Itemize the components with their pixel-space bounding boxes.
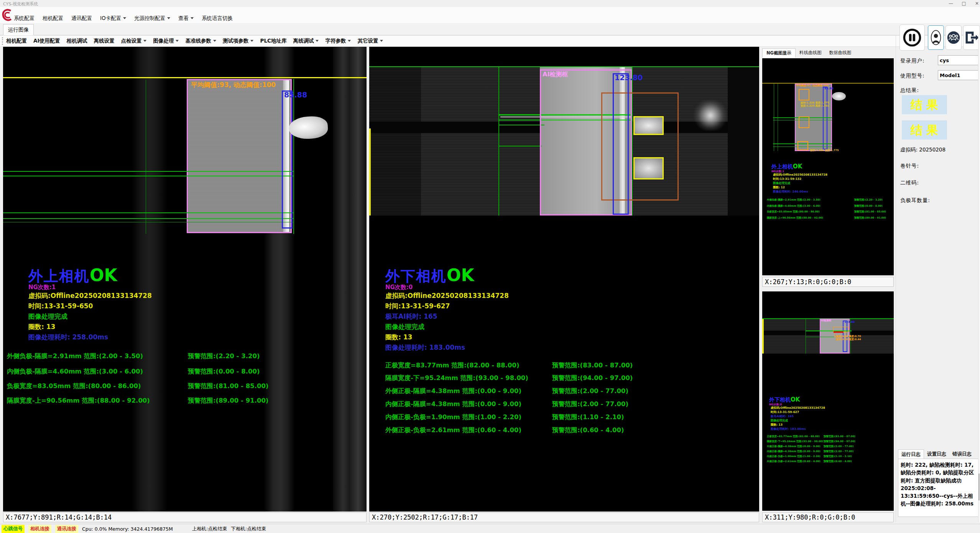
log-tabs: 运行日志 设置日志 错误日志 [898, 449, 975, 459]
user-icon [930, 28, 942, 47]
model-label: 使用型号: [900, 72, 925, 79]
image-stripe [333, 47, 367, 512]
image-stripe [132, 47, 167, 512]
measure-value-text: 85.88 [824, 87, 834, 90]
measurement-row: 隔膜宽度-上=90.56mm 范围:(88.00 - 92.00)预警范围:(8… [7, 396, 363, 405]
ng-thumbnail-top[interactable]: 平均阈值:93, 动态阈值:100 85.88 面积:1.226 宽度:1.77… [762, 58, 894, 275]
electrode-tab-blob [832, 92, 846, 100]
capture-time: 时间:13-31-59-627 [771, 410, 799, 414]
tool-ai-use-config[interactable]: AI使用配置 [33, 38, 60, 44]
loop-count: 圈数: 13 [385, 333, 412, 342]
measurement-row: 负极宽度=83.05mm 范围:(80.00 - 86.00)预警范围:(81.… [767, 210, 820, 214]
user-manage-button[interactable] [945, 25, 962, 50]
maximize-icon[interactable]: □ [959, 1, 969, 6]
pause-button[interactable] [899, 25, 925, 51]
measure-value-text: 123.80 [844, 321, 855, 324]
loop-count: 圈数: 13 [771, 423, 783, 427]
user-login-button[interactable] [928, 25, 944, 50]
tool-camera-debug[interactable]: 相机调试 [66, 38, 87, 44]
negative-tab-count-label: 负极耳数量: [900, 197, 930, 204]
guide-line [806, 319, 806, 354]
ng-count: NG次数:0 [385, 284, 413, 291]
loop-count: 圈数: 12 [773, 186, 785, 189]
ng-thumbnail-bottom[interactable]: AI检测框 123.80 宽度:0.88 高度:0.70 面积:0.76 宽度:… [762, 291, 894, 511]
defect-box [799, 89, 809, 100]
measurement-row: 内侧正极-负极=1.90mm 范围:(1.00 - 2.20)预警范围:(1.1… [767, 455, 821, 458]
menu-light-control-config[interactable]: 光源控制配置 [134, 15, 170, 22]
reflection-blob [693, 100, 728, 130]
measurement-row: 内侧正极-隔膜=4.38mm 范围:(0.00 - 9.00)预警范围:(2.0… [767, 450, 821, 453]
measurement-row: 内侧正极-隔膜=4.38mm 范围:(0.00 - 9.00)预警范围:(2.0… [385, 400, 753, 408]
tool-plc-address[interactable]: PLC地址库 [260, 38, 286, 44]
model-field[interactable] [938, 70, 980, 80]
measurement-row: 负极宽度=83.05mm 范围:(80.00 - 86.00)预警范围:(81.… [7, 382, 363, 390]
guide-line [3, 171, 294, 172]
total-result-label: 总结果: [900, 87, 919, 94]
close-icon[interactable]: ✕ [972, 1, 980, 6]
login-user-field[interactable] [938, 55, 980, 65]
menu-system-config[interactable]: 系统配置 [14, 15, 35, 22]
process-elapsed: 图像处理耗时: 183.00ms [385, 343, 465, 352]
virtual-code: 虚拟码:Offline20250208133134728 [28, 291, 152, 300]
tool-offline-debug[interactable]: 离线调试 [293, 38, 319, 44]
measurement-row: 内侧负极-隔膜=4.60mm 范围:(3.00 - 6.00)预警范围:(0.0… [767, 204, 821, 208]
menu-language-switch[interactable]: 系统语言切换 [202, 15, 233, 22]
tab-material-curve[interactable]: 料线曲线图 [796, 48, 825, 58]
process-elapsed: 图像处理耗时: 246.00ms [773, 190, 808, 194]
run-log-text[interactable]: 耗时: 222, 缺陷检测耗时: 17, 缺陷分类耗时: 0, 缺陷提取分区耗时… [898, 459, 978, 517]
exit-button[interactable] [963, 25, 980, 50]
tool-test-params[interactable]: 测试项参数 [223, 38, 254, 44]
guide-line [3, 218, 294, 219]
tab-error-log[interactable]: 错误日志 [949, 449, 975, 459]
tool-baseline-params[interactable]: 基准线参数 [185, 38, 216, 44]
measurement-row: 隔膜宽度-上=90.56mm 范围:(88.00 - 92.00)预警范围:(8… [767, 216, 823, 220]
tab-data-curve[interactable]: 数据曲线图 [825, 48, 855, 58]
heartbeat-status: 心跳信号 [2, 525, 25, 533]
tab-box-yellow [633, 157, 664, 179]
pause-icon [902, 28, 922, 48]
scrollbar-thumb[interactable] [978, 474, 980, 500]
virtual-code: 虚拟码:Offline20250208133134728 [771, 406, 825, 410]
camera-ok-status: OK [447, 265, 474, 285]
camera-connect-status: 相机连接 [28, 525, 51, 533]
capture-time: 时间:13-31-59-132 [773, 177, 801, 181]
tab-run-image[interactable]: 运行图像 [3, 24, 34, 35]
menu-io-card-config[interactable]: IO卡配置 [100, 15, 126, 22]
right-camera-view[interactable]: AI检测框 123.80 外下相机OK NG次数:0 虚拟码:Offline20… [369, 47, 759, 512]
camera-status-block: 外上相机OK [28, 265, 117, 286]
ai-box-label: AI检测框 [543, 71, 568, 79]
measurement-row: 外侧负极-隔膜=2.91mm 范围:(2.00 - 3.50)预警范围:(2.2… [7, 352, 363, 360]
minimize-icon[interactable]: — [945, 1, 956, 6]
needle-number-label: 卷针号: [900, 163, 919, 169]
process-done: 图像处理完成 [771, 419, 788, 423]
tab-run-log[interactable]: 运行日志 [898, 449, 924, 459]
menu-camera-config[interactable]: 相机配置 [43, 15, 63, 22]
measurement-row: 外侧正极-负极=2.61mm 范围:(0.60 - 4.00)预警范围:(0.6… [385, 426, 753, 434]
ai-box-label: AI检测框 [821, 319, 831, 322]
menu-view[interactable]: 查看 [178, 15, 194, 22]
toolbar-grip[interactable] [2, 37, 3, 45]
tool-camera-config[interactable]: 相机配置 [6, 38, 27, 44]
left-camera-view[interactable]: 平均阈值:93, 动态阈值:100 85.88 外上相机OK NG次数:1 虚拟… [3, 47, 367, 512]
tab-box-yellow [633, 116, 664, 135]
measurement-row: 正极宽度=83.77mm 范围:(82.00 - 88.00)预警范围:(83.… [385, 361, 753, 370]
tool-spot-check[interactable]: 点检设置 [121, 38, 146, 44]
guide-line [146, 80, 146, 234]
process-elapsed: 图像处理耗时: 183.00ms [771, 427, 806, 431]
defect-annotation: 面积:0.76 宽度:0.44 [836, 338, 861, 341]
threshold-overlay-text: 平均阈值:93, 动态阈值:100 [191, 81, 276, 89]
tool-char-params[interactable]: 字符参数 [325, 38, 351, 44]
ai-elapsed: 极耳AI耗时: 165 [385, 312, 437, 321]
tool-image-process[interactable]: 图像处理 [153, 38, 179, 44]
cpu-memory-status: Cpu: 0.0% Memory: 3424.41796875M [82, 526, 173, 532]
guide-line [3, 176, 294, 176]
scrollbar[interactable] [978, 35, 980, 522]
camera-title: 外上相机 [28, 268, 90, 285]
tool-offline-setting[interactable]: 离线设置 [94, 38, 114, 44]
tab-ng-screenshot[interactable]: NG截图显示 [762, 48, 796, 58]
menu-comm-config[interactable]: 通讯配置 [71, 15, 92, 22]
tab-setting-log[interactable]: 设置日志 [924, 449, 949, 459]
tool-other-settings[interactable]: 其它设置 [357, 38, 383, 44]
measurement-row: 内侧负极-隔膜=4.60mm 范围:(3.00 - 6.00)预警范围:(0.0… [7, 367, 363, 376]
status-bar: 心跳信号 相机连接 通讯连接 Cpu: 0.0% Memory: 3424.41… [0, 524, 980, 533]
